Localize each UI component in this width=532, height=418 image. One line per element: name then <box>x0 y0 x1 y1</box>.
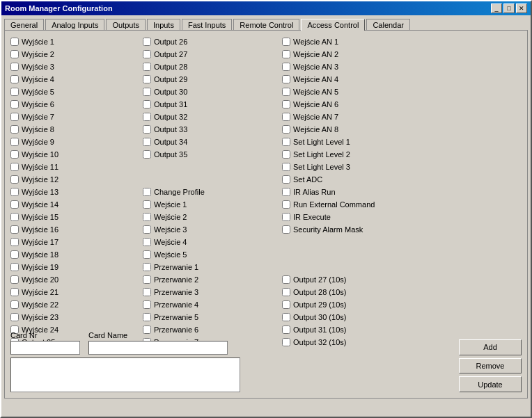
checkbox-col2-2[interactable] <box>143 63 151 71</box>
checkbox-label: Set ADC <box>293 175 322 184</box>
checkboxes-area: Wyjście 1Wyjście 2Wyjście 3Wyjście 4Wyjś… <box>10 36 522 348</box>
checkbox-col1-22[interactable] <box>10 313 19 321</box>
remove-button[interactable]: Remove <box>459 358 522 374</box>
update-button[interactable]: Update <box>459 376 522 392</box>
checkbox-col2-9[interactable] <box>143 150 151 159</box>
checkbox-label: Wyjście 3 <box>22 63 54 71</box>
checkbox-label: Output 28 (10s) <box>293 288 346 296</box>
checkbox-col2-20[interactable] <box>143 288 151 296</box>
checkbox-col2-5[interactable] <box>143 100 151 108</box>
checkbox-label: Output 35 <box>154 150 187 159</box>
checkbox-col3-0[interactable] <box>282 38 290 46</box>
checkbox-col1-11[interactable] <box>10 175 19 184</box>
tab-fast-inputs[interactable]: Fast Inputs <box>182 19 232 31</box>
checkbox-col3-21[interactable] <box>282 300 290 309</box>
checkbox-label: Wejście 1 <box>154 200 187 209</box>
checkbox-col3-19[interactable] <box>282 275 290 284</box>
checkbox-col1-21[interactable] <box>10 300 19 309</box>
tab-access-control[interactable]: Access Control <box>301 19 365 31</box>
checkbox-label: Wejście 2 <box>154 213 187 221</box>
checkbox-col3-8[interactable] <box>282 138 290 146</box>
close-button[interactable]: ✕ <box>516 3 527 13</box>
checkbox-col1-9[interactable] <box>10 150 19 159</box>
checkbox-col1-3[interactable] <box>10 75 19 83</box>
checkbox-col1-17[interactable] <box>10 250 19 259</box>
checkbox-col3-2[interactable] <box>282 63 290 71</box>
list-item: Wejście 5 <box>143 249 282 260</box>
window-title: Room Manager Configuration <box>5 4 113 13</box>
card-nr-input[interactable] <box>10 341 80 355</box>
tab-remote-control[interactable]: Remote Control <box>233 19 299 31</box>
card-fields: Card Nr Card Name <box>10 331 522 355</box>
checkbox-col2-7[interactable] <box>143 125 151 134</box>
checkbox-col1-7[interactable] <box>10 125 19 134</box>
checkbox-col3-3[interactable] <box>282 75 290 83</box>
checkbox-col2-3[interactable] <box>143 75 151 83</box>
checkbox-label: Wyjście 2 <box>22 50 54 58</box>
checkbox-col2-15[interactable] <box>143 225 151 234</box>
checkbox-col2-8[interactable] <box>143 138 151 146</box>
checkbox-col1-5[interactable] <box>10 100 19 108</box>
checkbox-col2-12[interactable] <box>143 188 151 196</box>
checkbox-col3-5[interactable] <box>282 100 290 108</box>
checkbox-col2-17[interactable] <box>143 250 151 259</box>
checkbox-col1-12[interactable] <box>10 188 19 196</box>
list-item: Output 30 (10s) <box>282 312 421 323</box>
checkbox-col2-1[interactable] <box>143 50 151 58</box>
checkbox-col1-16[interactable] <box>10 238 19 246</box>
checkbox-col3-11[interactable] <box>282 175 290 184</box>
add-button[interactable]: Add <box>459 339 522 355</box>
checkbox-label: Wyjście 16 <box>22 225 58 234</box>
checkbox-col2-4[interactable] <box>143 88 151 96</box>
checkbox-col1-6[interactable] <box>10 113 19 121</box>
card-name-input[interactable] <box>88 341 228 355</box>
checkbox-col1-14[interactable] <box>10 213 19 221</box>
checkbox-col1-20[interactable] <box>10 288 19 296</box>
checkbox-col3-10[interactable] <box>282 163 290 171</box>
tab-analog-inputs[interactable]: Analog Inputs <box>45 19 104 31</box>
tab-general[interactable]: General <box>4 19 44 31</box>
checkbox-col3-20[interactable] <box>282 288 290 296</box>
tab-calendar[interactable]: Calendar <box>366 19 410 31</box>
checkbox-col3-6[interactable] <box>282 113 290 121</box>
checkbox-label: Wejście 5 <box>154 250 187 259</box>
checkbox-col3-15[interactable] <box>282 225 290 234</box>
checkbox-label: Przerwanie 2 <box>154 275 198 284</box>
checkbox-col3-13[interactable] <box>282 200 290 209</box>
checkbox-col2-22[interactable] <box>143 313 151 321</box>
checkbox-col3-14[interactable] <box>282 213 290 221</box>
checkbox-col2-18[interactable] <box>143 263 151 271</box>
maximize-button[interactable]: □ <box>503 3 515 13</box>
list-item: Wyjście 17 <box>10 236 143 248</box>
tab-inputs[interactable]: Inputs <box>147 19 180 31</box>
checkbox-col3-1[interactable] <box>282 50 290 58</box>
checkbox-col1-0[interactable] <box>10 38 19 46</box>
checkbox-col1-4[interactable] <box>10 88 19 96</box>
checkbox-col3-4[interactable] <box>282 88 290 96</box>
checkbox-col2-13[interactable] <box>143 200 151 209</box>
minimize-button[interactable]: _ <box>491 3 502 13</box>
card-list[interactable] <box>10 357 240 392</box>
checkbox-col2-16[interactable] <box>143 238 151 246</box>
checkbox-col1-1[interactable] <box>10 50 19 58</box>
checkbox-col3-9[interactable] <box>282 150 290 159</box>
checkbox-col2-19[interactable] <box>143 275 151 284</box>
checkbox-col3-22[interactable] <box>282 313 290 321</box>
tab-content: Wyjście 1Wyjście 2Wyjście 3Wyjście 4Wyjś… <box>4 30 528 399</box>
checkbox-col2-6[interactable] <box>143 113 151 121</box>
checkbox-col1-10[interactable] <box>10 163 19 171</box>
checkbox-col1-2[interactable] <box>10 63 19 71</box>
checkbox-col1-18[interactable] <box>10 263 19 271</box>
checkbox-col1-8[interactable] <box>10 138 19 146</box>
checkbox-col2-21[interactable] <box>143 300 151 309</box>
tab-outputs[interactable]: Outputs <box>106 19 146 31</box>
checkbox-col1-19[interactable] <box>10 275 19 284</box>
checkbox-col2-0[interactable] <box>143 38 151 46</box>
checkbox-col3-7[interactable] <box>282 125 290 134</box>
checkbox-label: Output 31 <box>154 100 187 108</box>
checkbox-col1-15[interactable] <box>10 225 19 234</box>
checkbox-label: Wyjście 10 <box>22 150 58 159</box>
checkbox-col1-13[interactable] <box>10 200 19 209</box>
checkbox-col3-12[interactable] <box>282 188 290 196</box>
checkbox-col2-14[interactable] <box>143 213 151 221</box>
